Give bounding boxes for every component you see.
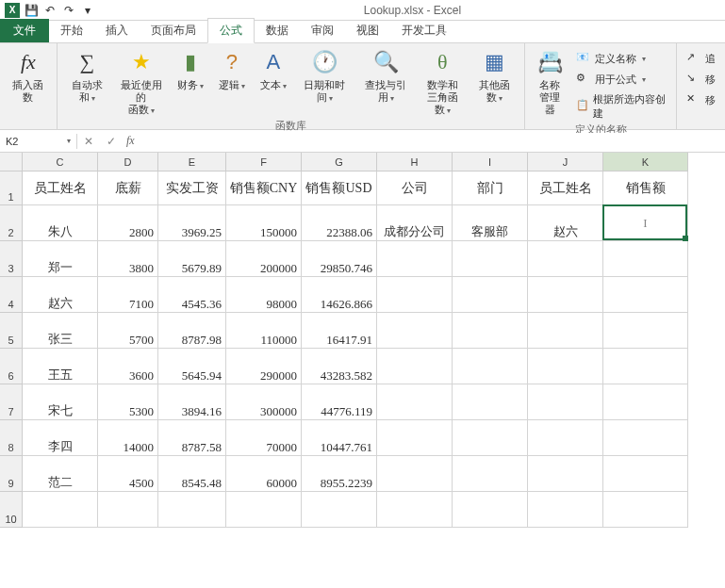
cell[interactable]: 王五 [23, 349, 98, 384]
cell[interactable] [603, 456, 688, 492]
cell[interactable]: 客服部 [453, 205, 528, 241]
row-header-7[interactable]: 7 [0, 384, 23, 420]
cell[interactable] [453, 313, 528, 349]
row-header-10[interactable]: 10 [0, 492, 23, 528]
cell[interactable] [453, 277, 528, 313]
cell[interactable] [377, 456, 453, 492]
cell[interactable]: 22388.06 [302, 205, 377, 241]
header-cell[interactable]: 部门 [453, 172, 528, 205]
cell[interactable]: 5679.89 [158, 241, 226, 277]
cell[interactable] [528, 241, 603, 277]
cell[interactable] [603, 241, 688, 277]
cell[interactable] [528, 277, 603, 313]
cell[interactable]: 3969.25 [158, 205, 226, 241]
row-header-5[interactable]: 5 [0, 313, 23, 349]
logical-button[interactable]: ?逻辑▾ [213, 45, 251, 93]
cell[interactable]: 110000 [226, 313, 302, 349]
column-header-F[interactable]: F [226, 153, 302, 172]
cell[interactable]: 郑一 [23, 241, 98, 277]
row-header-4[interactable]: 4 [0, 277, 23, 313]
cell[interactable] [377, 492, 453, 528]
cell[interactable] [603, 492, 688, 528]
undo-icon[interactable]: ↶ [41, 2, 58, 19]
cell[interactable]: 10447.761 [302, 420, 377, 456]
cell[interactable] [528, 349, 603, 384]
cell[interactable] [377, 349, 453, 384]
excel-icon[interactable]: X [4, 2, 21, 19]
use-in-formula-button[interactable]: ⚙用于公式▾ [572, 70, 670, 89]
column-header-D[interactable]: D [98, 153, 158, 172]
cell[interactable]: 8787.98 [158, 313, 226, 349]
cell[interactable]: 成都分公司 [377, 205, 453, 241]
header-cell[interactable]: 销售额 [603, 172, 688, 205]
column-header-E[interactable]: E [158, 153, 226, 172]
row-header-8[interactable]: 8 [0, 420, 23, 456]
cell[interactable]: 4545.36 [158, 277, 226, 313]
cell[interactable]: 14626.866 [302, 277, 377, 313]
cell[interactable]: 8955.2239 [302, 456, 377, 492]
cell[interactable] [377, 313, 453, 349]
cell[interactable]: 14000 [98, 420, 158, 456]
cell[interactable] [23, 492, 98, 528]
cell[interactable] [226, 492, 302, 528]
tab-home[interactable]: 开始 [49, 19, 94, 42]
cell[interactable] [377, 277, 453, 313]
cell[interactable]: 5300 [98, 384, 158, 420]
cell[interactable]: 张三 [23, 313, 98, 349]
recent-functions-button[interactable]: ★最近使用的 函数▾ [115, 45, 168, 119]
tab-formulas[interactable]: 公式 [207, 18, 255, 43]
define-name-button[interactable]: 📧定义名称▾ [572, 49, 670, 68]
row-header-9[interactable]: 9 [0, 456, 23, 492]
cell[interactable] [302, 492, 377, 528]
header-cell[interactable]: 销售额USD [302, 172, 377, 205]
tab-data[interactable]: 数据 [255, 19, 300, 42]
column-header-H[interactable]: H [377, 153, 453, 172]
column-header-G[interactable]: G [302, 153, 377, 172]
column-header-K[interactable]: K [603, 153, 688, 172]
cell[interactable] [528, 384, 603, 420]
cell[interactable]: I [603, 205, 688, 241]
row-header-1[interactable]: 1 [0, 172, 23, 205]
column-header-J[interactable]: J [528, 153, 603, 172]
create-from-selection-button[interactable]: 📋根据所选内容创建 [572, 90, 670, 122]
cancel-icon[interactable]: ✕ [77, 135, 100, 148]
column-header-C[interactable]: C [23, 153, 98, 172]
cell[interactable] [453, 420, 528, 456]
row-header-6[interactable]: 6 [0, 349, 23, 384]
text-button[interactable]: A文本▾ [255, 45, 292, 93]
cell[interactable]: 16417.91 [302, 313, 377, 349]
save-icon[interactable]: 💾 [23, 2, 40, 19]
cell[interactable]: 8787.58 [158, 420, 226, 456]
header-cell[interactable]: 销售额CNY [226, 172, 302, 205]
cell[interactable] [453, 349, 528, 384]
cell[interactable]: 赵六 [23, 277, 98, 313]
trace-precedents-button[interactable]: ↗追 [683, 49, 719, 68]
datetime-button[interactable]: 🕐日期和时间▾ [296, 45, 354, 106]
cell[interactable]: 范二 [23, 456, 98, 492]
header-cell[interactable]: 员工姓名 [528, 172, 603, 205]
cell[interactable]: 5645.94 [158, 349, 226, 384]
header-cell[interactable]: 员工姓名 [23, 172, 98, 205]
cell[interactable] [528, 313, 603, 349]
cell[interactable]: 4500 [98, 456, 158, 492]
math-button[interactable]: θ数学和 三角函数▾ [419, 45, 467, 119]
tab-view[interactable]: 视图 [345, 19, 390, 42]
cell[interactable] [158, 492, 226, 528]
formula-input[interactable] [139, 133, 725, 150]
cell[interactable]: 300000 [226, 384, 302, 420]
cell[interactable]: 5700 [98, 313, 158, 349]
cell[interactable] [453, 384, 528, 420]
select-all-corner[interactable] [0, 153, 23, 172]
redo-icon[interactable]: ↷ [60, 2, 77, 19]
cell[interactable]: 200000 [226, 241, 302, 277]
cell[interactable]: 宋七 [23, 384, 98, 420]
tab-layout[interactable]: 页面布局 [140, 19, 207, 42]
row-header-2[interactable]: 2 [0, 205, 23, 241]
fx-icon[interactable]: fx [123, 134, 139, 148]
header-cell[interactable]: 公司 [377, 172, 453, 205]
cell[interactable] [603, 384, 688, 420]
name-manager-button[interactable]: 📇名称 管理器 [531, 45, 568, 119]
cell[interactable] [453, 241, 528, 277]
row-header-3[interactable]: 3 [0, 241, 23, 277]
cell[interactable]: 3800 [98, 241, 158, 277]
